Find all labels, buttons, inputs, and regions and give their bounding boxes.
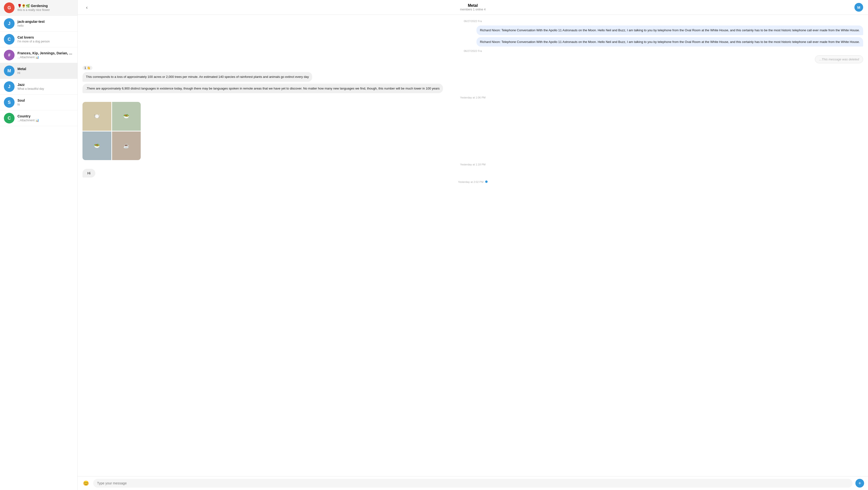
image-cell-3[interactable]: ☕	[112, 131, 141, 160]
sidebar-item-country[interactable]: C Country ...Attachment 📊	[0, 111, 78, 126]
sidebar-item-jack-angular-test[interactable]: J jack-angular-test hello	[0, 16, 78, 32]
sidebar-item-name-jack-angular-test: jack-angular-test	[18, 20, 73, 24]
sidebar-item-gerdening[interactable]: G 🌹🌻🌿 Gerdening this is a really nice fl…	[0, 0, 78, 16]
sidebar: G 🌹🌻🌿 Gerdening this is a really nice fl…	[0, 0, 78, 490]
message-bubble-right: Richard Nixon: Telephone Conversation Wi…	[476, 26, 863, 35]
deleted-message: ...This message was deleted	[815, 55, 863, 63]
sidebar-item-info-metal: Metal Hi	[18, 67, 73, 75]
timestamp-label: Yesterday at 1:18 PM	[83, 163, 863, 166]
sidebar-item-preview-metal: Hi	[18, 71, 73, 75]
hi-message: Hi	[83, 169, 95, 178]
sidebar-item-preview-jack-angular-test: hello	[18, 24, 73, 27]
add-icon: +	[858, 481, 861, 486]
sidebar-item-info-jazz: Jazz What a beautiful day	[18, 83, 73, 90]
bubble-content: There are approximately 6,900 distinct l…	[83, 84, 443, 93]
avatar-frances-group: #	[4, 50, 14, 60]
sidebar-item-metal[interactable]: M Metal Hi	[0, 63, 78, 79]
sidebar-item-preview-cat-lovers: I'm more of a dog person	[18, 40, 73, 43]
chat-subtitle: members 1 online 4	[460, 8, 486, 11]
bubble-content: Richard Nixon: Telephone Conversation Wi…	[476, 26, 863, 35]
bubble-content: This corresponds to a loss of approximat…	[83, 72, 312, 82]
sidebar-item-info-soul: Soul hi	[18, 98, 73, 106]
image-grid[interactable]: 🍽️🥗🥗☕	[83, 102, 141, 160]
message-bubble-left: This corresponds to a loss of approximat…	[83, 72, 312, 82]
sidebar-item-name-soul: Soul	[18, 98, 73, 102]
sidebar-item-frances-group[interactable]: # Frances, Kip, Jennings, Darian, Ardell…	[0, 47, 78, 63]
image-cell-2[interactable]: 🥗	[83, 131, 111, 160]
sidebar-item-info-jack-angular-test: jack-angular-test hello	[18, 20, 73, 27]
message-input[interactable]	[93, 479, 852, 488]
avatar-country: C	[4, 113, 14, 123]
sidebar-item-name-metal: Metal	[18, 67, 73, 71]
avatar-metal: M	[4, 65, 14, 76]
image-cell-0[interactable]: 🍽️	[83, 102, 111, 131]
sidebar-item-info-cat-lovers: Cat lovers I'm more of a dog person	[18, 35, 73, 43]
sidebar-item-preview-soul: hi	[18, 103, 73, 106]
sidebar-item-name-cat-lovers: Cat lovers	[18, 35, 73, 39]
avatar-jazz: J	[4, 81, 14, 92]
chat-footer: 😊 +	[78, 476, 868, 490]
sidebar-item-info-gerdening: 🌹🌻🌿 Gerdening this is a really nice flow…	[18, 4, 73, 12]
bubble-content: Richard Nixon: Telephone Conversation Wi…	[476, 37, 863, 47]
avatar-cat-lovers: C	[4, 34, 14, 44]
date-label: 06/27/2022 Fra	[83, 50, 863, 52]
sidebar-item-jazz[interactable]: J Jazz What a beautiful day	[0, 79, 78, 95]
date-label: 06/27/2022 Fra	[83, 20, 863, 23]
sidebar-item-name-jazz: Jazz	[18, 83, 73, 87]
sidebar-item-name-country: Country	[18, 114, 73, 118]
sidebar-item-preview-country: ...Attachment 📊	[18, 119, 73, 122]
back-button[interactable]: ‹	[83, 3, 91, 12]
sidebar-item-info-country: Country ...Attachment 📊	[18, 114, 73, 122]
chat-header: ‹ Metal members 1 online 4 M	[78, 0, 868, 15]
sidebar-item-info-frances-group: Frances, Kip, Jennings, Darian, Ardella …	[18, 51, 73, 59]
chat-header-actions: M	[855, 3, 863, 12]
reaction-badge[interactable]: 1 👋	[83, 66, 92, 70]
chat-header-avatar: M	[855, 3, 863, 12]
sidebar-item-soul[interactable]: S Soul hi	[0, 95, 78, 111]
sidebar-item-name-frances-group: Frances, Kip, Jennings, Darian, Ardella …	[18, 51, 73, 55]
avatar-jack-angular-test: J	[4, 18, 14, 29]
message-bubble-right: Richard Nixon: Telephone Conversation Wi…	[476, 37, 863, 47]
image-message: 🍽️🥗🥗☕	[83, 102, 141, 160]
chat-messages: 06/27/2022 FraRichard Nixon: Telephone C…	[78, 15, 868, 476]
image-cell-1[interactable]: 🥗	[112, 102, 141, 131]
sidebar-item-preview-frances-group: ...Attachment 📊	[18, 56, 73, 59]
message-bubble-left: There are approximately 6,900 distinct l…	[83, 84, 443, 93]
chat-title: Metal	[460, 3, 486, 8]
sidebar-item-cat-lovers[interactable]: C Cat lovers I'm more of a dog person	[0, 32, 78, 47]
sidebar-item-name-gerdening: 🌹🌻🌿 Gerdening	[18, 4, 73, 8]
emoji-icon: 😊	[83, 480, 89, 486]
avatar-gerdening: G	[4, 2, 14, 13]
avatar-soul: S	[4, 97, 14, 108]
timestamp-with-dot: Yesterday at 2:02 PM	[83, 181, 863, 183]
sidebar-item-preview-jazz: What a beautiful day	[18, 87, 73, 90]
emoji-button[interactable]: 😊	[82, 479, 90, 488]
reaction-row: 1 👋	[83, 66, 863, 70]
read-dot	[485, 181, 488, 183]
timestamp-label: Yesterday at 1:06 PM	[83, 96, 863, 99]
main-chat: ‹ Metal members 1 online 4 M 06/27/2022 …	[78, 0, 868, 490]
add-button[interactable]: +	[856, 479, 864, 488]
sidebar-item-preview-gerdening: this is a really nice flower	[18, 8, 73, 12]
